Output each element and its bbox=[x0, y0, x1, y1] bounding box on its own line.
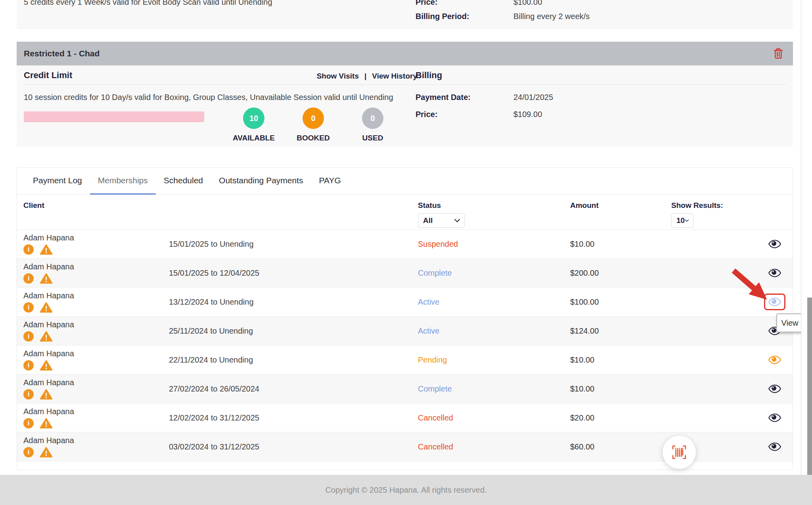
credit-limit-divider bbox=[24, 84, 417, 85]
client-name: Adam Hapana bbox=[23, 378, 169, 387]
warning-icon[interactable] bbox=[40, 244, 52, 255]
table-row: Adam Hapana i 27/02/2024 to 26/05/2024 C… bbox=[17, 374, 793, 403]
view-eye-icon bbox=[768, 239, 781, 249]
membership-amount: $10.00 bbox=[570, 355, 671, 365]
copyright-text: Copyright © 2025 Hapana. All rights rese… bbox=[325, 486, 486, 495]
warning-icon[interactable] bbox=[40, 389, 52, 400]
info-icon[interactable]: i bbox=[23, 389, 34, 399]
scrollbar-thumb[interactable] bbox=[807, 298, 812, 505]
stat-label: BOOKED bbox=[297, 134, 329, 142]
membership-status: Complete bbox=[418, 269, 570, 278]
info-icon[interactable]: i bbox=[23, 302, 34, 313]
tab-payment-log[interactable]: Payment Log bbox=[25, 168, 90, 195]
credit-stat: 0 BOOKED bbox=[292, 108, 334, 142]
billing-heading: Billing bbox=[416, 65, 787, 81]
credit-limit-heading: Credit Limit bbox=[24, 65, 72, 81]
eye-highlight-box[interactable] bbox=[764, 236, 785, 252]
stat-circle: 0 bbox=[362, 108, 383, 129]
view-eye-icon bbox=[768, 442, 781, 452]
show-visits-link[interactable]: Show Visits bbox=[317, 72, 359, 81]
stat-label: AVAILABLE bbox=[233, 134, 275, 142]
billing-price-value: $109.00 bbox=[513, 110, 542, 119]
client-cell: Adam Hapana i bbox=[23, 407, 169, 429]
client-name: Adam Hapana bbox=[23, 349, 169, 358]
eye-highlight-box[interactable] bbox=[764, 294, 785, 310]
warning-icon[interactable] bbox=[40, 331, 52, 342]
chevron-down-icon bbox=[454, 219, 460, 223]
credit-stat: 10 AVAILABLE bbox=[233, 108, 275, 142]
membership-status: Active bbox=[418, 326, 570, 336]
view-history-link[interactable]: View History bbox=[372, 72, 417, 81]
membership-period: 25/11/2024 to Unending bbox=[169, 326, 418, 336]
credit-description: 5 credits every 1 Week/s valid for Evolt… bbox=[24, 0, 272, 7]
membership-amount: $100.00 bbox=[570, 298, 671, 307]
table-row: Adam Hapana i 12/02/2024 to 31/12/2025 C… bbox=[17, 403, 793, 432]
billing-price-row: Price: $109.00 bbox=[416, 110, 787, 119]
membership-card-body: Credit Limit Show Visits | View History … bbox=[17, 65, 793, 147]
warning-icon[interactable] bbox=[40, 273, 52, 284]
status-filter-select[interactable]: All bbox=[418, 213, 465, 228]
client-cell: Adam Hapana i bbox=[23, 436, 169, 458]
info-icon[interactable]: i bbox=[23, 447, 34, 457]
client-cell: Adam Hapana i bbox=[23, 378, 169, 400]
delete-membership-button[interactable] bbox=[773, 48, 783, 60]
memberships-panel: Payment Log Memberships Scheduled Outsta… bbox=[17, 167, 793, 470]
credit-limit-description: 10 session credits for 10 Day/s valid fo… bbox=[24, 93, 417, 102]
view-tooltip: View bbox=[776, 313, 803, 332]
eye-highlight-box[interactable] bbox=[764, 409, 785, 426]
client-cell: Adam Hapana i bbox=[23, 262, 169, 284]
view-tooltip-label: View bbox=[781, 319, 799, 328]
scrollbar-track[interactable] bbox=[801, 0, 812, 505]
eye-highlight-box[interactable] bbox=[764, 351, 785, 368]
barcode-icon bbox=[671, 444, 688, 461]
tab-payg[interactable]: PAYG bbox=[311, 168, 349, 195]
chevron-down-icon bbox=[685, 219, 689, 223]
membership-card-header: Restricted 1 - Chad bbox=[17, 42, 793, 65]
membership-period: 22/11/2024 to Unending bbox=[169, 355, 418, 365]
eye-highlight-box[interactable] bbox=[764, 265, 785, 281]
client-name: Adam Hapana bbox=[23, 407, 169, 416]
membership-status: Cancelled bbox=[418, 442, 570, 451]
membership-amount: $20.00 bbox=[570, 413, 671, 422]
membership-status: Suspended bbox=[418, 240, 570, 249]
table-header: Client Status All Amount Show Results: 1… bbox=[17, 195, 793, 230]
view-eye-icon bbox=[768, 384, 781, 394]
billing-period-label: Billing Period: bbox=[416, 12, 513, 21]
eye-highlight-box[interactable] bbox=[764, 380, 785, 397]
billing-period-row: Billing Period: Billing every 2 week/s bbox=[416, 12, 590, 21]
info-icon[interactable]: i bbox=[23, 244, 34, 255]
link-divider: | bbox=[364, 72, 366, 81]
warning-icon[interactable] bbox=[40, 418, 52, 429]
info-icon[interactable]: i bbox=[23, 418, 34, 428]
membership-status: Active bbox=[418, 298, 570, 307]
client-cell: Adam Hapana i bbox=[23, 233, 169, 255]
trash-icon bbox=[773, 48, 783, 60]
client-name: Adam Hapana bbox=[23, 320, 169, 329]
info-icon[interactable]: i bbox=[23, 331, 34, 342]
billing-period-value: Billing every 2 week/s bbox=[513, 12, 590, 21]
warning-icon[interactable] bbox=[40, 447, 52, 458]
view-eye-icon bbox=[768, 297, 781, 307]
warning-icon[interactable] bbox=[40, 360, 52, 371]
tab-outstanding-payments[interactable]: Outstanding Payments bbox=[211, 168, 311, 195]
price-row: Price: $100.00 bbox=[416, 0, 542, 7]
eye-highlight-box[interactable] bbox=[764, 438, 785, 455]
stat-circle: 0 bbox=[303, 108, 324, 129]
barcode-scan-button[interactable] bbox=[663, 436, 696, 469]
info-icon[interactable]: i bbox=[23, 273, 34, 284]
show-results-select[interactable]: 10 bbox=[671, 213, 693, 228]
membership-rows: Adam Hapana i 15/01/2025 to Unending Sus… bbox=[17, 230, 793, 461]
client-name: Adam Hapana bbox=[23, 436, 169, 445]
tab-scheduled[interactable]: Scheduled bbox=[156, 168, 211, 195]
membership-amount: $10.00 bbox=[570, 384, 671, 394]
membership-period: 12/02/2024 to 31/12/2025 bbox=[169, 413, 418, 422]
membership-status: Complete bbox=[418, 384, 570, 394]
payment-date-row: Payment Date: 24/01/2025 bbox=[416, 93, 787, 102]
stat-circle: 10 bbox=[243, 108, 264, 129]
billing-divider bbox=[416, 84, 787, 85]
info-icon[interactable]: i bbox=[23, 360, 34, 371]
billing-section: Billing Payment Date: 24/01/2025 Price: … bbox=[416, 65, 787, 127]
tab-memberships[interactable]: Memberships bbox=[90, 168, 156, 195]
client-name: Adam Hapana bbox=[23, 262, 169, 271]
warning-icon[interactable] bbox=[40, 302, 52, 313]
